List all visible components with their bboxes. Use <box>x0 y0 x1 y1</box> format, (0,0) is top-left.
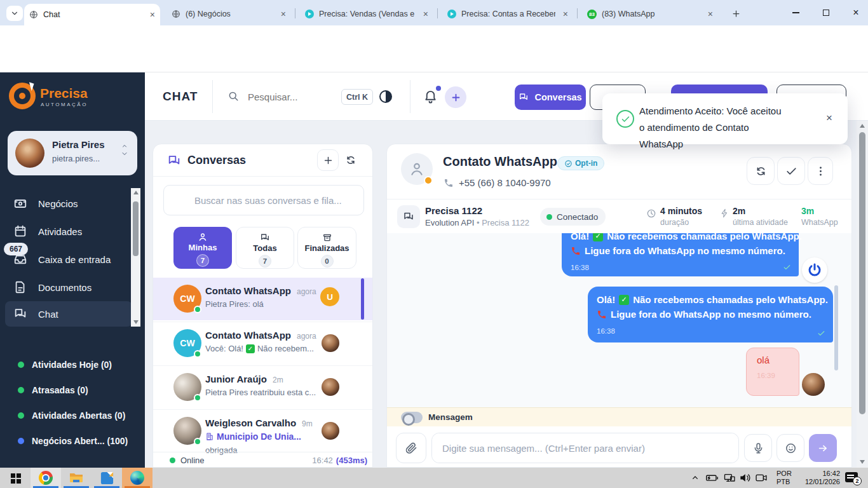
new-conversation-button[interactable] <box>317 149 339 171</box>
browser-tab-negocios[interactable]: (6) Negócios × <box>166 6 291 22</box>
chevron-down-icon <box>121 150 128 158</box>
check-emoji-icon <box>246 344 255 353</box>
language-indicator[interactable]: POR PTB <box>776 468 792 488</box>
globe-icon <box>29 10 38 19</box>
filter-atividades-hoje[interactable]: Atividades Hoje (0) <box>0 357 145 372</box>
file-explorer-icon <box>69 470 84 485</box>
message-text: Não recebemos chamadas pelo WhatsApp. <box>607 233 802 243</box>
sidebar-scrollbar[interactable] <box>131 188 140 327</box>
message-visibility-toggle[interactable] <box>401 412 423 423</box>
user-profile-card[interactable]: Pietra Pires pietra.pires... <box>8 131 137 175</box>
tab-close-icon[interactable]: × <box>563 9 568 19</box>
stat-label: duração <box>660 218 702 227</box>
green-dot-icon <box>18 412 24 419</box>
page-scrollbar[interactable] <box>857 121 868 468</box>
organization-link[interactable]: Municipio De Unia... <box>205 431 301 442</box>
tab-close-icon[interactable]: × <box>281 9 286 19</box>
check-emoji-icon <box>619 295 629 305</box>
messages-scroll-thumb[interactable] <box>834 285 838 370</box>
sidebar-item-documentos[interactable]: Documentos <box>0 274 145 300</box>
theme-toggle-icon[interactable] <box>379 90 392 103</box>
conversation-item-2[interactable]: CW Contato WhatsAppagora Você: Olá! Não … <box>153 322 373 364</box>
quick-add-button[interactable] <box>445 86 466 108</box>
attach-file-button[interactable] <box>396 433 426 463</box>
conversation-menu-button[interactable] <box>808 157 833 185</box>
taskbar-notes-app[interactable] <box>92 468 122 488</box>
filter-atividades-abertas[interactable]: Atividades Abertas (0) <box>0 408 145 423</box>
filter-negocios-abertos[interactable]: Negócios Abert... (100) <box>0 433 145 449</box>
conversation-time: 9m <box>302 419 313 428</box>
window-minimize-button[interactable] <box>783 0 808 25</box>
browser-tab-chat[interactable]: Chat × <box>24 4 160 25</box>
tab-todas[interactable]: Todas 7 <box>236 227 294 269</box>
agent-avatar <box>802 373 825 396</box>
filter-atrasadas[interactable]: Atrasadas (0) <box>0 383 145 398</box>
conversation-item-4[interactable]: Weigleson Carvalho9m Municipio De Unia..… <box>153 409 373 452</box>
sidebar-item-negocios[interactable]: Negócios <box>0 191 145 216</box>
finish-conversation-button[interactable] <box>777 157 805 185</box>
sync-conversation-button[interactable] <box>747 157 775 185</box>
tab-close-icon[interactable]: × <box>150 10 155 20</box>
message-bubble-outgoing-1[interactable]: Olá! Não recebemos chamadas pelo WhatsAp… <box>562 233 799 276</box>
sidebar-item-atividades[interactable]: Atividades <box>0 219 145 244</box>
bot-avatar <box>802 257 827 283</box>
sidebar-item-chat[interactable]: Chat <box>0 301 145 327</box>
filter-label: Atrasadas (0) <box>32 385 88 395</box>
taskbar-edge[interactable] <box>122 468 153 488</box>
message-text: Ligue fora do WhatsApp no mesmo número. <box>585 243 785 258</box>
send-button[interactable] <box>809 434 837 462</box>
scroll-down-arrow[interactable] <box>133 320 139 324</box>
taskbar-explorer[interactable] <box>61 468 92 488</box>
conversation-item-1[interactable]: CW Contato WhatsAppagora Pietra Pires: o… <box>153 278 373 320</box>
sidebar-scroll-thumb[interactable] <box>133 201 139 256</box>
scroll-up-arrow[interactable] <box>860 124 865 128</box>
screen: Chat × (6) Negócios × Precisa: Vendas (V… <box>0 0 868 488</box>
battery-icon[interactable] <box>705 468 719 488</box>
browser-tab-contas[interactable]: Precisa: Contas a Receber (F × <box>442 6 573 22</box>
toast-message: Atendimento Aceito: Você aceitou o atend… <box>639 103 785 152</box>
conversas-button[interactable]: Conversas <box>515 85 586 110</box>
window-close-button[interactable]: × <box>844 0 868 25</box>
connected-badge: Conectado <box>540 208 606 226</box>
window-maximize-button[interactable] <box>813 0 839 25</box>
volume-icon[interactable] <box>738 468 751 488</box>
tray-chevron[interactable] <box>690 468 700 488</box>
conversation-search-input[interactable] <box>164 186 363 215</box>
status-dot <box>424 176 433 185</box>
taskbar-chrome[interactable] <box>31 468 61 488</box>
browser-tab-whatsapp[interactable]: 83 (83) WhatsApp × <box>582 6 718 22</box>
message-time: 16:39 <box>757 372 789 379</box>
new-tab-button[interactable] <box>728 6 743 21</box>
start-button[interactable] <box>0 468 31 488</box>
record-audio-button[interactable] <box>744 434 772 462</box>
scroll-down-arrow[interactable] <box>860 460 865 464</box>
tab-close-icon[interactable]: × <box>708 9 713 19</box>
message-input[interactable] <box>432 433 738 463</box>
camera-icon[interactable] <box>755 468 768 488</box>
contact-avatar <box>401 153 433 185</box>
tab-close-icon[interactable]: × <box>423 9 428 19</box>
toast-close-icon[interactable]: × <box>826 112 832 125</box>
refresh-conversations-button[interactable] <box>340 149 362 171</box>
tab-count-badge: 7 <box>259 255 271 268</box>
message-bubble-outgoing-2[interactable]: Olá! Não recebemos chamadas pelo WhatsAp… <box>588 287 833 342</box>
online-label: Online <box>180 456 205 465</box>
global-search-input[interactable] <box>247 88 336 105</box>
optin-label: Opt-in <box>575 159 597 168</box>
tab-finalizadas[interactable]: Finalizadas 0 <box>297 227 356 269</box>
tab-search-button[interactable] <box>6 6 23 21</box>
conversation-name: Contato WhatsAppagora <box>205 330 316 341</box>
network-icon[interactable] <box>723 468 736 488</box>
sidebar-item-label: Atividades <box>38 226 82 237</box>
browser-tab-vendas[interactable]: Precisa: Vendas (Vendas e N × <box>300 6 433 22</box>
chat-icon <box>260 233 270 243</box>
message-bubble-note[interactable]: olá 16:39 <box>746 348 799 396</box>
clock-widget[interactable]: 16:42 12/01/2026 <box>798 468 840 488</box>
conversation-item-3[interactable]: Junior Araújo2m Pietra Pires reatribuiu … <box>153 365 373 408</box>
status-time: 16:42 <box>312 456 333 465</box>
page-scroll-thumb[interactable] <box>859 132 865 414</box>
scroll-up-arrow[interactable] <box>133 191 139 194</box>
tab-minhas[interactable]: Minhas 7 <box>173 227 232 269</box>
messages-area[interactable]: Olá! Não recebemos chamadas pelo WhatsAp… <box>387 233 852 407</box>
emoji-button[interactable] <box>776 434 804 462</box>
